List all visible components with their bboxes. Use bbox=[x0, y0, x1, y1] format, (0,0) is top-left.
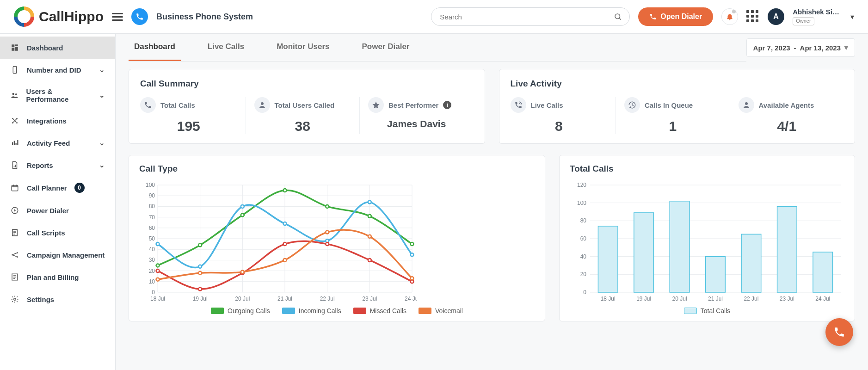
date-sep: - bbox=[794, 44, 796, 52]
svg-text:22 Jul: 22 Jul bbox=[744, 296, 758, 302]
sidebar-item-power[interactable]: Power Dialer bbox=[0, 199, 115, 222]
svg-point-103 bbox=[156, 278, 160, 281]
svg-text:24 Jul: 24 Jul bbox=[405, 296, 417, 302]
tab-dashboard[interactable]: Dashboard bbox=[129, 34, 181, 61]
topbar: CallHippo Business Phone System Open Dia… bbox=[0, 0, 868, 34]
global-search[interactable] bbox=[431, 7, 630, 26]
sidebar-item-campaign[interactable]: Campaign Management bbox=[0, 244, 115, 266]
svg-rect-19 bbox=[12, 142, 13, 145]
svg-text:24 Jul: 24 Jul bbox=[815, 296, 830, 302]
sidebar-item-label: Plan and Billing bbox=[27, 273, 79, 281]
svg-line-38 bbox=[13, 255, 17, 257]
svg-point-90 bbox=[198, 265, 202, 268]
svg-text:30: 30 bbox=[149, 257, 155, 263]
svg-point-86 bbox=[326, 205, 329, 208]
sidebar-item-label: Number and DID bbox=[27, 66, 81, 74]
stat-value: James Davis bbox=[368, 118, 465, 130]
svg-rect-136 bbox=[813, 252, 833, 292]
sidebar-item-label: Power Dialer bbox=[27, 207, 69, 215]
sidebar-item-label: Reports bbox=[27, 161, 53, 169]
tab-power-dialer[interactable]: Power Dialer bbox=[356, 34, 415, 61]
svg-rect-134 bbox=[777, 206, 797, 292]
tab-live-calls[interactable]: Live Calls bbox=[202, 34, 250, 61]
svg-text:40: 40 bbox=[580, 253, 587, 260]
billing-icon bbox=[10, 272, 19, 282]
stat-label: Calls In Queue bbox=[645, 101, 693, 109]
fab-dialer-button[interactable] bbox=[825, 318, 853, 346]
stat-value: 4/1 bbox=[739, 118, 836, 134]
stat-label: Best Performer bbox=[388, 101, 438, 109]
svg-point-92 bbox=[283, 222, 287, 225]
chevron-down-icon: ⌄ bbox=[99, 66, 105, 74]
svg-line-37 bbox=[13, 253, 17, 254]
tab-monitor-users[interactable]: Monitor Users bbox=[271, 34, 335, 61]
svg-point-109 bbox=[411, 277, 414, 280]
main-content: DashboardLive CallsMonitor UsersPower Di… bbox=[116, 34, 868, 370]
brand-logo[interactable]: CallHippo bbox=[14, 6, 104, 27]
sidebar-item-label: Integrations bbox=[27, 117, 67, 125]
apps-menu-icon[interactable] bbox=[746, 10, 759, 23]
date-range-picker[interactable]: Apr 7, 2023 - Apr 13, 2023 ▾ bbox=[746, 38, 855, 57]
legend-item[interactable]: Voicemail bbox=[419, 307, 463, 314]
svg-rect-5 bbox=[12, 48, 14, 51]
svg-point-36 bbox=[17, 256, 18, 258]
sidebar-badge: 0 bbox=[74, 183, 85, 193]
live-icon bbox=[511, 97, 526, 113]
summary-stat-1: Total Users Called 38 bbox=[246, 97, 360, 134]
sidebar-item-reports[interactable]: Reports ⌄ bbox=[0, 154, 115, 176]
phone-icon bbox=[649, 13, 657, 20]
svg-point-99 bbox=[283, 242, 287, 246]
svg-point-35 bbox=[17, 252, 18, 253]
sidebar-item-planner[interactable]: Call Planner 0 bbox=[0, 176, 115, 199]
sidebar-item-label: Activity Feed bbox=[27, 139, 70, 147]
sidebar-item-integrations[interactable]: Integrations bbox=[0, 110, 115, 132]
svg-point-0 bbox=[615, 14, 620, 19]
svg-point-89 bbox=[156, 242, 160, 246]
sidebar-item-scripts[interactable]: Call Scripts bbox=[0, 222, 115, 244]
total-calls-title: Total Calls bbox=[570, 164, 844, 174]
svg-point-94 bbox=[368, 201, 371, 204]
notifications-button[interactable] bbox=[721, 8, 738, 25]
avatar[interactable]: A bbox=[768, 8, 784, 25]
svg-text:40: 40 bbox=[149, 246, 155, 253]
sidebar-item-billing[interactable]: Plan and Billing bbox=[0, 266, 115, 288]
legend-item[interactable]: Incoming Calls bbox=[282, 307, 341, 314]
svg-text:100: 100 bbox=[577, 200, 586, 206]
sidebar-item-activity[interactable]: Activity Feed ⌄ bbox=[0, 132, 115, 154]
svg-text:80: 80 bbox=[149, 203, 155, 210]
svg-text:60: 60 bbox=[580, 235, 587, 242]
info-icon[interactable]: i bbox=[443, 101, 451, 109]
svg-text:23 Jul: 23 Jul bbox=[362, 296, 377, 302]
search-input[interactable] bbox=[439, 12, 614, 21]
legend-item[interactable]: Missed Calls bbox=[353, 307, 406, 314]
svg-text:18 Jul: 18 Jul bbox=[150, 296, 165, 302]
legend-item[interactable]: Outgoing Calls bbox=[211, 307, 270, 314]
user-menu[interactable]: Abhishek Si… Owner bbox=[793, 8, 839, 25]
svg-rect-23 bbox=[14, 166, 15, 167]
hamburger-toggle[interactable] bbox=[112, 13, 123, 21]
agent-icon bbox=[739, 97, 754, 113]
caret-down-icon[interactable]: ▾ bbox=[850, 12, 854, 21]
call-type-legend: Outgoing CallsIncoming CallsMissed Calls… bbox=[139, 307, 535, 314]
sidebar-item-label: Call Planner bbox=[27, 184, 67, 192]
sidebar-item-users[interactable]: Users & Performance ⌄ bbox=[0, 81, 115, 110]
open-dialer-button[interactable]: Open Dialer bbox=[638, 7, 713, 26]
settings-icon bbox=[10, 295, 19, 304]
sidebar-item-label: Users & Performance bbox=[26, 87, 92, 103]
svg-point-43 bbox=[14, 298, 16, 301]
sidebar-item-dashboard[interactable]: Dashboard bbox=[0, 37, 115, 59]
svg-rect-3 bbox=[15, 44, 18, 46]
user-role-badge: Owner bbox=[793, 17, 814, 25]
queue-icon bbox=[624, 97, 640, 113]
phone-icon bbox=[833, 326, 845, 338]
sidebar-item-settings[interactable]: Settings bbox=[0, 288, 115, 310]
svg-rect-128 bbox=[670, 201, 689, 292]
stat-value: 8 bbox=[511, 118, 608, 134]
live-stat-1: Calls In Queue 1 bbox=[616, 97, 730, 134]
svg-text:50: 50 bbox=[149, 235, 155, 242]
users-icon bbox=[10, 91, 19, 100]
svg-rect-24 bbox=[15, 165, 16, 167]
sidebar-item-number[interactable]: Number and DID ⌄ bbox=[0, 59, 115, 81]
svg-point-14 bbox=[14, 120, 16, 122]
date-to: Apr 13, 2023 bbox=[800, 44, 841, 52]
